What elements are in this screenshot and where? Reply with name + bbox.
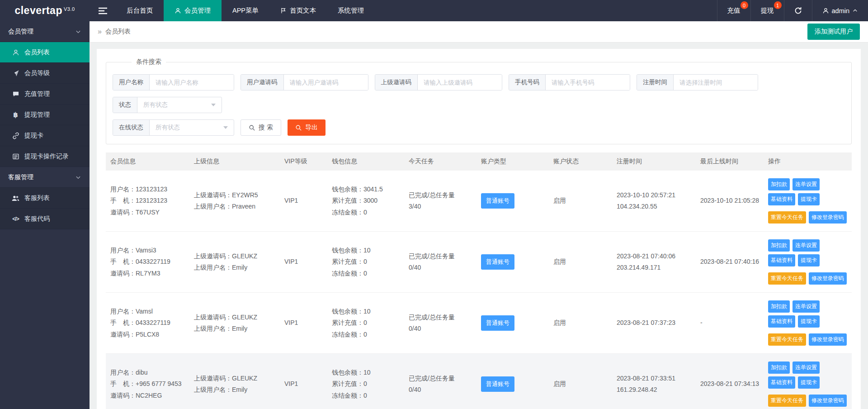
nav-item-label: 系统管理 (338, 6, 364, 15)
phone-input[interactable] (546, 75, 630, 90)
username-label: 用户名： (110, 308, 136, 315)
nav-item-label: 首页文本 (290, 6, 316, 15)
withdraw-notice-button[interactable]: 提现 1 (750, 0, 784, 21)
username-value: dibu (136, 369, 147, 376)
register-time-cell: 2023-10-10 20:57:21 104.234.20.55 (612, 190, 696, 212)
sidebar-group-members[interactable]: 会员管理 (0, 21, 90, 42)
parent-code-value: EY2WR5 (232, 191, 258, 199)
nav-item-label: 会员管理 (184, 6, 211, 15)
sidebar-item-label: 客服代码 (24, 215, 50, 223)
last-online-cell: 2023-10-10 21:05:28 (696, 195, 764, 206)
search-fieldset: 条件搜索 用户名称 用户邀请码 上级邀请码 手机号码 (106, 58, 852, 144)
operations-group-primary: 加扣款 连单设置 基础资料 提现卡 (768, 300, 849, 328)
search-button[interactable]: 搜 索 (241, 119, 281, 136)
regtime-input[interactable] (674, 75, 758, 90)
withdraw-card-button[interactable]: 提现卡 (798, 315, 820, 328)
withdraw-card-button[interactable]: 提现卡 (798, 254, 820, 266)
recharge-notice-button[interactable]: 充值 0 (717, 0, 750, 21)
username-input[interactable] (150, 75, 234, 90)
sidebar-item-withdraw-mgmt[interactable]: ฿ 提现管理 (0, 105, 90, 125)
frozen-value: 0 (363, 270, 367, 277)
sidebar-item-label: 客服列表 (24, 194, 50, 202)
refresh-button[interactable] (784, 0, 812, 21)
change-password-button[interactable]: 修改登录密码 (809, 395, 847, 407)
serial-setting-button[interactable]: 连单设置 (793, 361, 820, 374)
sidebar-group-support[interactable]: 客服管理 (0, 167, 90, 188)
wallet-info-cell: 钱包余额：3041.5 累计充值：3000 冻结金额：0 (327, 184, 404, 218)
basic-info-button[interactable]: 基础资料 (768, 254, 795, 266)
sidebar-collapse-button[interactable] (90, 0, 116, 21)
nav-item-members[interactable]: 会员管理 (164, 0, 222, 21)
search-row-2: 在线状态 所有状态 搜 索 导出 (113, 119, 845, 136)
recharge-total-label: 累计充值： (332, 380, 363, 387)
reset-tasks-button[interactable]: 重置今天任务 (768, 395, 806, 407)
change-password-button[interactable]: 修改登录密码 (809, 211, 847, 224)
nav-item-app-menu[interactable]: APP菜单 (222, 0, 269, 21)
user-invite-input[interactable] (284, 75, 368, 90)
serial-setting-button[interactable]: 连单设置 (793, 239, 820, 252)
change-password-button[interactable]: 修改登录密码 (809, 272, 847, 285)
basic-info-button[interactable]: 基础资料 (768, 315, 795, 328)
balance-value: 10 (363, 369, 371, 376)
online-status-select[interactable]: 所有状态 (150, 120, 234, 135)
basic-info-button[interactable]: 基础资料 (768, 193, 795, 205)
list-card-icon (12, 153, 19, 160)
add-deduct-button[interactable]: 加扣款 (768, 239, 790, 252)
tasks-value: 0/40 (409, 262, 472, 273)
sidebar-item-withdraw-card-log[interactable]: 提现卡操作记录 (0, 146, 90, 167)
basic-info-button[interactable]: 基础资料 (768, 376, 795, 389)
nav-item-system[interactable]: 系统管理 (327, 0, 375, 21)
register-time-cell: 2023-08-21 07:33:51 161.29.248.42 (612, 373, 696, 395)
change-password-button[interactable]: 修改登录密码 (809, 333, 847, 346)
operations-group-secondary: 重置今天任务 修改登录密码 (768, 272, 849, 285)
parent-invite-input[interactable] (418, 75, 502, 90)
operations-cell: 加扣款 连单设置 基础资料 提现卡 重置今天任务 修改登录密码 (764, 300, 852, 346)
account-type-cell: 普通账号 (476, 193, 549, 208)
account-status-cell: 启用 (549, 317, 612, 328)
member-info-cell: 用户名：Vamsl 手 机：0433227119 邀请码：P5LCX8 (106, 306, 189, 340)
reset-tasks-button[interactable]: 重置今天任务 (768, 272, 806, 285)
add-deduct-button[interactable]: 加扣款 (768, 361, 790, 374)
parent-name-value: Emily (232, 325, 247, 332)
export-button[interactable]: 导出 (288, 119, 326, 136)
sidebar-item-withdraw-card[interactable]: 提现卡 (0, 125, 90, 146)
sidebar-item-recharge-mgmt[interactable]: 充值管理 (0, 84, 90, 105)
add-deduct-button[interactable]: 加扣款 (768, 300, 790, 313)
phone-value: 0433227119 (136, 319, 170, 326)
last-online-cell: - (696, 317, 764, 328)
top-navbar: clevertap V3.0 后台首页 会员管理 APP菜单 首页文本 系统管理… (0, 0, 868, 21)
serial-setting-button[interactable]: 连单设置 (793, 178, 820, 190)
brand-name: clevertap (14, 5, 62, 17)
sidebar-item-member-level[interactable]: 会员等级 (0, 63, 90, 84)
chevron-up-icon (852, 8, 858, 14)
nav-item-home-text[interactable]: 首页文本 (269, 0, 327, 21)
recharge-total-value: 0 (363, 258, 367, 265)
sidebar-item-support-code[interactable]: </> 客服代码 (0, 209, 90, 229)
operations-group-secondary: 重置今天任务 修改登录密码 (768, 333, 849, 346)
serial-setting-button[interactable]: 连单设置 (793, 300, 820, 313)
sidebar-item-member-list[interactable]: 会员列表 (0, 42, 90, 63)
phone-label: 手 机： (110, 258, 136, 265)
parent-code-value: GLEUKZ (232, 375, 257, 382)
table-row: 用户名：dibu 手 机：+965 6777 9453 邀请码：NC2HEG 上… (106, 354, 852, 409)
reset-tasks-button[interactable]: 重置今天任务 (768, 211, 806, 224)
recharge-badge: 0 (741, 1, 748, 9)
recharge-total-label: 累计充值： (332, 258, 363, 265)
main-content: » 会员列表 添加测试用户 条件搜索 用户名称 用户邀请码 上级邀请码 (90, 21, 868, 409)
username-field-label: 用户名称 (113, 75, 150, 90)
column-header: 上级信息 (189, 157, 280, 166)
hamburger-icon (99, 7, 107, 14)
status-select[interactable]: 所有状态 (137, 97, 222, 113)
sidebar-item-label: 充值管理 (24, 90, 50, 98)
frozen-value: 0 (363, 331, 367, 338)
sidebar-item-support-list[interactable]: 客服列表 (0, 188, 90, 209)
reset-tasks-button[interactable]: 重置今天任务 (768, 333, 806, 346)
add-test-user-button[interactable]: 添加测试用户 (807, 24, 860, 40)
admin-menu[interactable]: admin (812, 0, 868, 21)
nav-item-dashboard[interactable]: 后台首页 (116, 0, 164, 21)
invite-code-value: NC2HEG (136, 392, 162, 399)
add-deduct-button[interactable]: 加扣款 (768, 178, 790, 190)
withdraw-card-button[interactable]: 提现卡 (798, 193, 820, 205)
column-header: 账户类型 (476, 157, 549, 166)
withdraw-card-button[interactable]: 提现卡 (798, 376, 820, 389)
